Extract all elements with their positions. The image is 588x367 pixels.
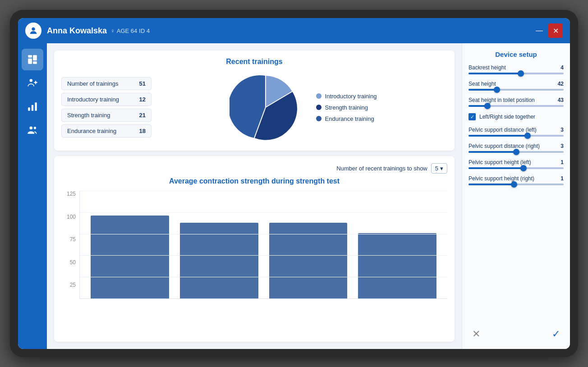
legend-dot-strength: [316, 105, 322, 110]
age-meta: AGE 64: [117, 28, 138, 34]
tablet-frame: Anna Kowalska ♀ AGE 64 ID 4 — ✕: [10, 10, 578, 357]
minimize-button[interactable]: —: [532, 23, 547, 38]
sidebar-item-dashboard[interactable]: [22, 49, 43, 70]
chart-legend: Introductory training Strength training: [316, 93, 377, 122]
svg-rect-1: [28, 55, 32, 57]
gender-symbol: ♀: [110, 28, 115, 34]
pie-area: Introductory training Strength training: [159, 71, 447, 143]
dropdown-label: Number of recent trainings to show: [336, 165, 427, 172]
svg-rect-2: [28, 59, 32, 64]
stat-item-intro: Introductory training 12: [61, 93, 152, 106]
trainings-dropdown[interactable]: 5 ▾: [431, 163, 447, 174]
bar-group-2: [180, 191, 258, 298]
id-meta: ID 4: [139, 28, 150, 34]
panel-title: Device setup: [469, 50, 564, 58]
main-content: Recent trainings Number of trainings 51 …: [47, 43, 462, 349]
title-bar: Anna Kowalska ♀ AGE 64 ID 4 — ✕: [18, 18, 570, 43]
svg-point-9: [30, 126, 33, 129]
avatar: [25, 23, 41, 39]
bar-2: [180, 223, 258, 298]
bar-1: [91, 216, 169, 298]
svg-rect-4: [33, 61, 37, 64]
stat-item-total: Number of trainings 51: [61, 77, 152, 90]
legend-dot-intro: [316, 93, 322, 99]
y-axis: 125 100 75 50 25: [61, 191, 79, 299]
slider-seat-height-toilet[interactable]: [469, 105, 564, 107]
slider-pelvic-height-right[interactable]: [469, 184, 564, 185]
sidebar-item-stats[interactable]: [22, 96, 43, 117]
pie-chart: [230, 71, 302, 143]
legend-item-endurance: Endurance training: [316, 115, 377, 122]
sidebar: [18, 43, 47, 349]
confirm-button[interactable]: ✓: [548, 326, 564, 342]
slider-pelvic-distance-right[interactable]: [469, 151, 564, 153]
bar-group-3: [269, 191, 348, 298]
bar-chart-wrap: 125 100 75 50 25: [61, 191, 447, 299]
svg-point-0: [32, 28, 35, 31]
bars-area: [79, 191, 447, 299]
svg-rect-3: [33, 55, 37, 60]
sidebar-item-patient[interactable]: [22, 72, 43, 94]
setting-backrest-height: Backrest height 4: [469, 64, 564, 74]
close-button[interactable]: ✕: [548, 23, 563, 38]
content-area: Recent trainings Number of trainings 51 …: [47, 43, 570, 349]
legend-item-strength: Strength training: [316, 104, 377, 111]
bar-chart-title: Average contraction strength during stre…: [61, 177, 447, 185]
bar-group-1: [91, 191, 169, 298]
checkbox-row[interactable]: ✓ Left/Right side together: [469, 113, 564, 120]
legend-item-intro: Introductory training: [316, 93, 377, 100]
setting-pelvic-height-left: Pelvic support height (left) 1: [469, 159, 564, 169]
stat-item-strength: Strength training 21: [61, 109, 152, 122]
pie-chart-container: Introductory training Strength training: [230, 71, 377, 143]
chevron-down-icon: ▾: [440, 165, 443, 172]
svg-point-5: [30, 79, 33, 82]
bar-group-4: [358, 191, 436, 298]
setting-seat-height: Seat height 42: [469, 81, 564, 91]
slider-backrest-height[interactable]: [469, 73, 564, 74]
user-name: Anna Kowalska: [47, 26, 107, 36]
panel-footer: ✕ ✓: [469, 321, 564, 342]
recent-trainings-title: Recent trainings: [61, 58, 447, 66]
setting-pelvic-distance-left: Pelvic support distance (left) 3: [469, 127, 564, 137]
bar-chart-card: Number of recent trainings to show 5 ▾ A…: [54, 156, 455, 342]
setting-seat-height-toilet: Seat height in toilet position 43: [469, 97, 564, 107]
bar-4: [358, 233, 436, 298]
setting-pelvic-distance-right: Pelvic support distance (right) 3: [469, 143, 564, 153]
app-window: Anna Kowalska ♀ AGE 64 ID 4 — ✕: [18, 18, 570, 349]
slider-pelvic-distance-left[interactable]: [469, 135, 564, 137]
legend-dot-endurance: [316, 116, 322, 121]
cancel-button[interactable]: ✕: [469, 326, 484, 342]
slider-seat-height[interactable]: [469, 89, 564, 91]
slider-pelvic-height-left[interactable]: [469, 167, 564, 169]
svg-rect-7: [32, 105, 33, 111]
trainings-card-body: Number of trainings 51 Introductory trai…: [61, 71, 447, 143]
main-layout: Recent trainings Number of trainings 51 …: [18, 43, 570, 349]
chart-controls: Number of recent trainings to show 5 ▾: [61, 163, 447, 174]
bar-3: [269, 223, 348, 298]
stats-list: Number of trainings 51 Introductory trai…: [61, 77, 152, 138]
sidebar-item-users[interactable]: [22, 119, 43, 141]
device-setup-panel: Device setup Backrest height 4: [462, 43, 570, 349]
checkbox-left-right[interactable]: ✓: [469, 113, 476, 120]
svg-rect-6: [28, 107, 30, 111]
setting-pelvic-height-right: Pelvic support height (right) 1: [469, 175, 564, 185]
svg-point-10: [34, 127, 36, 129]
stat-item-endurance: Endurance training 18: [61, 124, 152, 138]
svg-rect-8: [35, 102, 37, 110]
recent-trainings-card: Recent trainings Number of trainings 51 …: [54, 50, 455, 151]
